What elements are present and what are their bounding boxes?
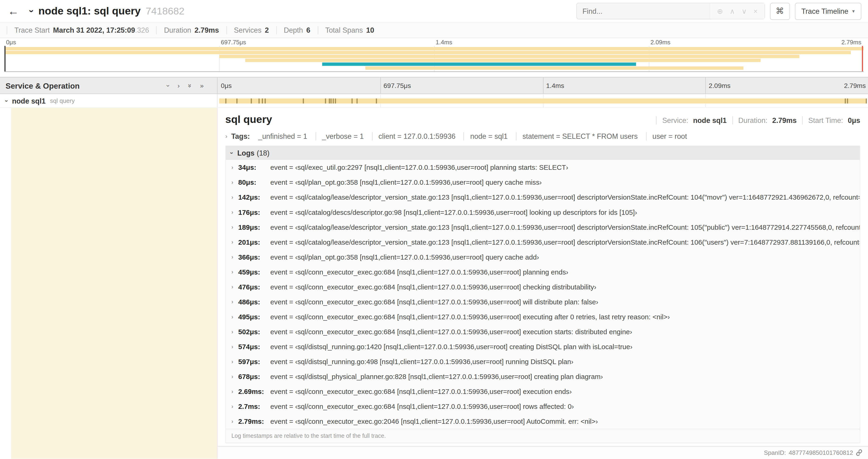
summary-label: Services: [234, 26, 261, 35]
timeline-header: Service & Operation › › » » 0μs 697.75μs…: [0, 77, 868, 94]
log-message: event = ‹sql/catalog/lease/descriptor_ve…: [271, 238, 860, 246]
clear-search-icon[interactable]: ×: [753, 7, 757, 15]
span-detail-header: sql query Service: node sql1 Duration: 2…: [225, 113, 860, 126]
trace-expand-chevron-icon[interactable]: ›: [27, 9, 36, 12]
log-marker: [258, 98, 260, 103]
log-timestamp: 80μs:: [238, 178, 267, 186]
find-group: ⊕ ∧ ∨ ×: [576, 3, 765, 19]
log-row[interactable]: › 486μs: event = ‹sql/conn_executor_exec…: [226, 294, 860, 309]
keyboard-shortcuts-button[interactable]: ⌘: [770, 3, 789, 20]
summary-value: 10: [366, 26, 374, 35]
viewport-end-handle[interactable]: [862, 46, 863, 71]
trace-timeline-label: Trace Timeline: [802, 7, 848, 15]
tags-row[interactable]: › Tags: _unfinished = 1 _verbose = 1 cli…: [225, 132, 860, 141]
log-timestamp: 597μs:: [238, 358, 267, 365]
trace-minimap[interactable]: [4, 46, 864, 72]
span-detail-column: sql query Service: node sql1 Duration: 2…: [217, 108, 868, 459]
chevron-right-icon: ›: [231, 239, 233, 245]
tags-label: Tags:: [231, 132, 250, 141]
operation-name: sql query: [50, 97, 75, 104]
copy-link-icon[interactable]: [856, 449, 862, 456]
trace-timeline-button[interactable]: Trace Timeline ▾: [795, 3, 861, 20]
log-row[interactable]: › 502μs: event = ‹sql/conn_executor_exec…: [226, 324, 860, 339]
span-id: 4877749850101760812: [789, 449, 853, 456]
prev-result-icon[interactable]: ∧: [730, 7, 735, 15]
log-row[interactable]: › 34μs: event = ‹sql/exec_util.go:2297 […: [226, 160, 860, 175]
log-marker: [325, 98, 326, 103]
log-row[interactable]: › 459μs: event = ‹sql/conn_executor_exec…: [226, 264, 860, 280]
summary-label: Total Spans: [325, 26, 363, 35]
log-row[interactable]: › 495μs: event = ‹sql/conn_executor_exec…: [226, 309, 860, 324]
chevron-right-icon: ›: [231, 344, 233, 349]
find-input[interactable]: [577, 3, 710, 19]
log-marker: [303, 98, 304, 103]
log-row[interactable]: › 2.7ms: event = ‹sql/conn_executor_exec…: [226, 399, 860, 414]
tag-item: _unfinished = 1: [252, 132, 313, 141]
log-row[interactable]: › 366μs: event = ‹sql/plan_opt.go:358 [n…: [226, 250, 860, 264]
summary-value: 2.79ms: [195, 26, 219, 35]
summary-value: March 31 2022, 17:25:09: [53, 26, 135, 35]
log-message: event = ‹sql/distsql_running.go:498 [nsq…: [271, 358, 574, 365]
log-row[interactable]: › 2.69ms: event = ‹sql/conn_executor_exe…: [226, 384, 860, 399]
meta-value: 0μs: [848, 116, 860, 125]
trace-body: sql query Service: node sql1 Duration: 2…: [0, 108, 868, 459]
log-message: event = ‹sql/conn_executor_exec.go:684 […: [271, 328, 632, 336]
next-result-icon[interactable]: ∨: [742, 7, 747, 15]
timeline-tick-label: 2.79ms: [841, 82, 866, 90]
summary-item: Depth 6: [276, 26, 317, 35]
log-message: event = ‹sql/conn_executor_exec.go:684 […: [271, 402, 574, 410]
expand-all-icon[interactable]: »: [200, 82, 204, 89]
log-row[interactable]: › 80μs: event = ‹sql/plan_opt.go:358 [ns…: [226, 175, 860, 190]
tags-list: _unfinished = 1 _verbose = 1 client = 12…: [252, 132, 693, 141]
log-row[interactable]: › 2.79ms: event = ‹sql/conn_executor_exe…: [226, 414, 860, 429]
log-row[interactable]: › 678μs: event = ‹sql/distsql_physical_p…: [226, 369, 860, 384]
log-marker: [331, 98, 332, 103]
summary-item: Duration 2.79ms: [156, 26, 226, 35]
expand-one-icon[interactable]: ›: [178, 82, 180, 89]
tag-item: statement = SELECT * FROM users: [516, 132, 644, 141]
log-marker: [866, 98, 867, 103]
log-row[interactable]: › 574μs: event = ‹sql/distsql_running.go…: [226, 339, 860, 354]
log-message: event = ‹sql/exec_util.go:2297 [nsql1,cl…: [271, 163, 568, 171]
span-timeline-cell[interactable]: [217, 94, 868, 107]
summary-label: Depth: [284, 26, 303, 35]
tag-item: user = root: [646, 132, 693, 141]
log-marker: [333, 98, 334, 103]
log-row[interactable]: › 189μs: event = ‹sql/catalog/lease/desc…: [226, 220, 860, 235]
viewport-start-handle[interactable]: [4, 46, 6, 71]
back-button[interactable]: ←: [6, 5, 21, 18]
log-row[interactable]: › 476μs: event = ‹sql/conn_executor_exec…: [226, 280, 860, 294]
find-controls: ⊕ ∧ ∨ ×: [710, 3, 765, 19]
chevron-right-icon: ›: [231, 269, 233, 275]
meta-item: Service: node sql1: [656, 116, 732, 125]
log-marker: [376, 98, 377, 103]
zoom-in-icon[interactable]: ⊕: [717, 7, 723, 15]
chevron-right-icon: ›: [231, 254, 233, 260]
span-indent-gutter: [0, 108, 11, 459]
log-row[interactable]: › 201μs: event = ‹sql/catalog/lease/desc…: [226, 235, 860, 250]
log-row[interactable]: › 142μs: event = ‹sql/catalog/lease/desc…: [226, 190, 860, 205]
log-row[interactable]: › 597μs: event = ‹sql/distsql_running.go…: [226, 354, 860, 369]
logs-header[interactable]: › Logs (18): [226, 146, 860, 160]
span-duration-bar[interactable]: [219, 98, 866, 103]
trace-page: ← › node sql1: sql query 7418682 ⊕ ∧ ∨ ×…: [0, 0, 868, 459]
chevron-right-icon: ›: [231, 374, 233, 380]
minimap-tick-label: 2.09ms: [649, 39, 671, 45]
span-name-cell[interactable]: › node sql1 sql query: [0, 94, 217, 107]
tag-item: client = 127.0.0.1:59936: [372, 132, 462, 141]
log-marker: [335, 98, 336, 103]
minimap-tick-label: 1.4ms: [434, 39, 452, 45]
log-timestamp: 176μs:: [238, 208, 267, 216]
collapse-all-icon[interactable]: »: [186, 84, 193, 88]
log-timestamp: 189μs:: [238, 223, 267, 231]
meta-value: 2.79ms: [772, 116, 797, 125]
log-marker: [251, 98, 252, 103]
minimap-span: [245, 59, 761, 62]
log-marker: [329, 98, 330, 103]
top-bar: ← › node sql1: sql query 7418682 ⊕ ∧ ∨ ×…: [0, 0, 868, 23]
span-tree-toggle-icon[interactable]: ›: [3, 100, 9, 102]
chevron-down-icon: ▾: [852, 8, 855, 14]
collapse-one-icon[interactable]: ›: [165, 85, 171, 87]
log-row[interactable]: › 176μs: event = ‹sql/catalog/descs/desc…: [226, 205, 860, 220]
chevron-right-icon: ›: [231, 314, 233, 320]
